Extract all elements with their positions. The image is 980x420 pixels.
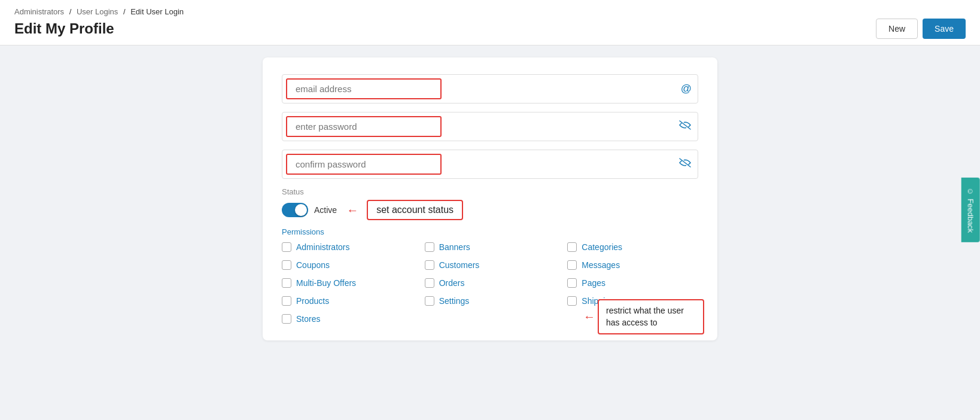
permission-label: Categories xyxy=(582,242,622,252)
status-label: Status xyxy=(282,187,698,196)
permission-item: Coupons xyxy=(282,260,413,270)
permission-item: Multi-Buy Offers xyxy=(282,278,413,288)
permission-item: Settings xyxy=(425,296,556,306)
permissions-section: Permissions AdministratorsBannersCategor… xyxy=(282,227,698,324)
status-arrow: ← xyxy=(346,203,358,217)
page-title: Edit My Profile xyxy=(14,20,114,37)
permission-checkbox[interactable] xyxy=(567,242,577,252)
breadcrumb-current: Edit User Login xyxy=(130,7,184,16)
permission-item: Products xyxy=(282,296,413,306)
feedback-tab[interactable]: ☺ Feedback xyxy=(961,178,979,242)
permission-item: Customers xyxy=(425,260,556,270)
password-input[interactable] xyxy=(286,116,442,137)
permission-item: Stores xyxy=(282,314,413,324)
permission-checkbox[interactable] xyxy=(282,296,291,306)
confirm-hide-icon[interactable] xyxy=(678,157,692,171)
set-account-status-annotation: set account status xyxy=(367,200,463,220)
restrict-annotation-box: restrict what the user has access to xyxy=(598,299,704,334)
permission-label: Pages xyxy=(582,278,605,288)
breadcrumb-user-logins[interactable]: User Logins xyxy=(77,7,118,16)
breadcrumb-administrators[interactable]: Administrators xyxy=(14,7,64,16)
permission-checkbox[interactable] xyxy=(282,260,291,270)
permission-item: Categories xyxy=(567,242,698,252)
permission-checkbox[interactable] xyxy=(425,296,434,306)
permission-label: Stores xyxy=(296,314,320,324)
breadcrumb-sep2: / xyxy=(123,7,126,16)
permission-label: Coupons xyxy=(296,260,330,270)
confirm-password-input[interactable] xyxy=(286,154,442,175)
new-button[interactable]: New xyxy=(876,19,918,39)
confirm-password-field-row xyxy=(282,150,698,179)
email-field-row: @ xyxy=(282,74,698,104)
permission-checkbox[interactable] xyxy=(282,278,291,288)
permission-checkbox[interactable] xyxy=(425,278,434,288)
permission-label: Administrators xyxy=(296,242,349,252)
permission-checkbox[interactable] xyxy=(425,242,434,252)
permission-checkbox[interactable] xyxy=(282,314,291,324)
permission-label: Customers xyxy=(439,260,480,270)
form-card: @ xyxy=(263,57,717,340)
status-row: Active ← set account status xyxy=(282,200,698,220)
save-button[interactable]: Save xyxy=(923,19,966,39)
permission-label: Settings xyxy=(439,296,470,306)
password-field-row xyxy=(282,112,698,141)
permission-checkbox[interactable] xyxy=(567,278,577,288)
permission-label: Products xyxy=(296,296,329,306)
permission-label: Multi-Buy Offers xyxy=(296,278,356,288)
restrict-annotation-container: ← restrict what the user has access to xyxy=(583,299,704,334)
permission-checkbox[interactable] xyxy=(567,296,577,306)
permission-item: Messages xyxy=(567,260,698,270)
feedback-icon: ☺ xyxy=(966,187,975,195)
feedback-label: Feedback xyxy=(966,199,975,233)
restrict-arrow-icon: ← xyxy=(583,310,595,324)
email-icon: @ xyxy=(681,83,692,95)
breadcrumb: Administrators / User Logins / Edit User… xyxy=(14,4,966,16)
permission-item: Administrators xyxy=(282,242,413,252)
permissions-label: Permissions xyxy=(282,227,698,236)
permission-checkbox[interactable] xyxy=(425,260,434,270)
permission-label: Orders xyxy=(439,278,465,288)
permission-checkbox[interactable] xyxy=(282,242,291,252)
permission-item: Orders xyxy=(425,278,556,288)
breadcrumb-sep1: / xyxy=(69,7,72,16)
status-toggle[interactable] xyxy=(282,203,308,217)
header-buttons: New Save xyxy=(876,19,966,39)
password-hide-icon[interactable] xyxy=(678,120,692,133)
permission-checkbox[interactable] xyxy=(567,260,577,270)
email-input[interactable] xyxy=(286,78,442,99)
permission-label: Messages xyxy=(582,260,620,270)
permission-item: Banners xyxy=(425,242,556,252)
status-value: Active xyxy=(314,205,337,215)
status-section: Status Active ← set account status xyxy=(282,187,698,220)
permission-item: Pages xyxy=(567,278,698,288)
permission-label: Banners xyxy=(439,242,470,252)
